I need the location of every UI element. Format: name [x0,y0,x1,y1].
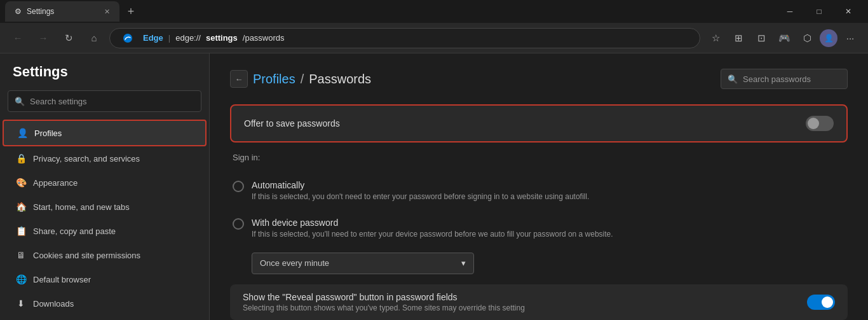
privacy-icon: 🔒 [15,153,27,164]
workspaces-button[interactable]: ⊡ [751,28,771,48]
url-settings: settings [206,33,238,43]
settings-title: Settings [0,64,209,90]
collections-button[interactable]: ⊞ [728,28,749,48]
sidebar-item-cookies-label: Cookies and site permissions [33,251,140,260]
sidebar-item-start-home[interactable]: 🏠 Start, home, and new tabs [3,195,207,219]
tab-bar: ⚙ Settings ✕ + [5,1,770,22]
profile-button[interactable]: 👤 [820,29,837,47]
sidebar-item-downloads[interactable]: ⬇ Downloads [3,291,207,316]
start-home-icon: 🏠 [15,201,27,212]
sidebar: Settings 🔍 Search settings 👤 Profiles 🔒 … [0,53,210,320]
sign-in-section: Sign in: Automatically If this is select… [230,153,848,274]
sidebar-item-family-safety[interactable]: 👨‍👩‍👧 Family safety [3,316,207,320]
extensions-button[interactable]: ⬡ [797,28,817,48]
sidebar-item-profiles-label: Profiles [34,129,62,138]
breadcrumb: ← Profiles / Passwords [230,70,371,88]
reveal-desc: Selecting this button shows what you've … [243,303,525,312]
downloads-icon: ⬇ [15,298,27,309]
browser-brand-label: Edge [143,33,163,43]
offer-save-passwords-card: Offer to save passwords [230,104,848,143]
favorites-button[interactable]: ☆ [705,28,726,48]
edge-logo-icon [118,28,138,48]
profile-icon: 👤 [824,34,834,43]
navbar: ← → ↻ ⌂ Edge | edge://settings/passwords… [0,23,868,53]
profiles-icon: 👤 [17,127,28,139]
offer-save-row: Offer to save passwords [244,116,834,131]
radio-auto-title: Automatically [252,180,589,190]
cookies-icon: 🖥 [15,249,27,261]
radio-automatically[interactable]: Automatically If this is selected, you d… [233,172,845,210]
search-passwords-box[interactable]: 🔍 Search passwords [721,69,848,89]
url-suffix: /passwords [243,33,285,43]
content-area: ← Profiles / Passwords 🔍 Search password… [210,53,868,320]
gaming-button[interactable]: 🎮 [774,28,794,48]
radio-device-content: With device password If this is selected… [252,218,613,240]
forward-button[interactable]: → [33,28,53,48]
url-prefix: edge:// [175,33,201,43]
appearance-icon: 🎨 [15,177,27,188]
main-layout: Settings 🔍 Search settings 👤 Profiles 🔒 … [0,53,868,320]
reveal-content: Show the "Reveal password" button in pas… [243,292,525,312]
back-button[interactable]: ← [8,28,28,48]
frequency-dropdown[interactable]: Once every minute ▾ [252,253,474,274]
nav-tools: ☆ ⊞ ⊡ 🎮 ⬡ 👤 ··· [705,28,860,48]
more-button[interactable]: ··· [840,28,860,48]
dropdown-chevron-icon: ▾ [461,258,466,268]
reload-button[interactable]: ↻ [58,28,79,48]
reveal-toggle-thumb [822,296,833,308]
sidebar-item-share-label: Share, copy and paste [33,226,116,236]
share-icon: 📋 [15,225,27,237]
radio-auto-circle[interactable] [233,181,244,192]
titlebar: ⚙ Settings ✕ + ─ □ ✕ [0,0,868,23]
breadcrumb-passwords: Passwords [309,72,371,87]
radio-device-desc: If this is selected, you'll need to ente… [252,229,613,240]
offer-save-toggle[interactable] [806,116,834,131]
search-passwords-placeholder: Search passwords [743,74,811,84]
sidebar-item-cookies[interactable]: 🖥 Cookies and site permissions [3,243,207,267]
minimize-button[interactable]: ─ [775,0,804,23]
window-controls: ─ □ ✕ [775,0,863,23]
breadcrumb-separator: / [301,72,304,87]
sidebar-item-start-home-label: Start, home, and new tabs [33,202,130,212]
svg-point-0 [123,34,132,43]
radio-auto-desc: If this is selected, you don't need to e… [252,191,589,202]
reveal-toggle[interactable] [807,295,835,310]
search-settings-box[interactable]: 🔍 Search settings [8,90,201,112]
home-button[interactable]: ⌂ [84,28,104,48]
offer-save-label: Offer to save passwords [244,118,340,129]
back-button-content[interactable]: ← [230,70,248,88]
sidebar-item-profiles[interactable]: 👤 Profiles [3,120,207,146]
address-separator: | [168,33,170,43]
content-header: ← Profiles / Passwords 🔍 Search password… [230,69,848,89]
settings-tab[interactable]: ⚙ Settings ✕ [5,1,119,22]
search-settings-icon: 🔍 [15,97,25,106]
sign-in-label: Sign in: [233,153,845,162]
radio-device-title: With device password [252,218,613,228]
reveal-password-row: Show the "Reveal password" button in pas… [230,284,848,320]
sidebar-item-default-browser[interactable]: 🌐 Default browser [3,267,207,291]
reveal-password-section: Show the "Reveal password" button in pas… [230,284,848,320]
breadcrumb-profiles-link[interactable]: Profiles [253,72,295,87]
sidebar-item-appearance[interactable]: 🎨 Appearance [3,170,207,195]
sidebar-item-privacy-label: Privacy, search, and services [33,154,140,163]
sidebar-item-privacy[interactable]: 🔒 Privacy, search, and services [3,146,207,170]
sidebar-item-share[interactable]: 📋 Share, copy and paste [3,219,207,243]
settings-tab-label: Settings [27,7,54,16]
dropdown-value: Once every minute [260,258,329,268]
radio-device-password[interactable]: With device password If this is selected… [233,210,845,247]
radio-device-circle[interactable] [233,218,244,230]
maximize-button[interactable]: □ [804,0,834,23]
search-passwords-icon: 🔍 [728,74,738,84]
reveal-title: Show the "Reveal password" button in pas… [243,292,525,302]
address-bar[interactable]: Edge | edge://settings/passwords [109,28,700,48]
offer-save-toggle-thumb [808,118,819,129]
close-window-button[interactable]: ✕ [834,0,863,23]
sidebar-item-appearance-label: Appearance [33,178,78,188]
default-browser-icon: 🌐 [15,274,27,285]
tab-close-button[interactable]: ✕ [102,6,112,17]
sidebar-item-downloads-label: Downloads [33,299,74,309]
sidebar-item-default-browser-label: Default browser [33,275,91,284]
sign-in-radio-group: Automatically If this is selected, you d… [233,172,845,274]
new-tab-button[interactable]: + [122,3,140,20]
radio-auto-content: Automatically If this is selected, you d… [252,180,589,202]
